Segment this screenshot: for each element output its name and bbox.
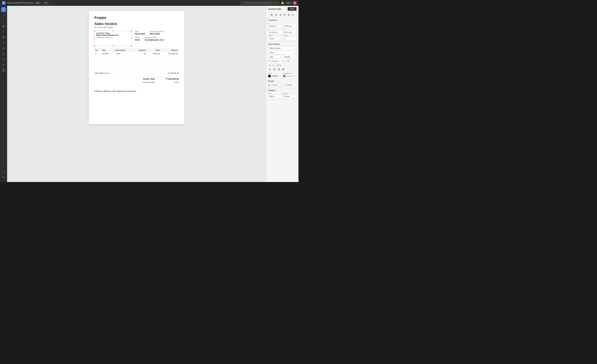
text-tool-button[interactable]: T <box>1 13 6 17</box>
component-tool-button[interactable]: ◎ <box>1 40 6 45</box>
resize-handle-bm[interactable] <box>112 45 114 46</box>
border-radius-input[interactable] <box>285 83 295 87</box>
svg-rect-20 <box>269 70 271 70</box>
h-input[interactable] <box>268 31 282 34</box>
y-input[interactable] <box>283 24 297 28</box>
font-select[interactable]: Inter Roboto Arial <box>268 55 282 59</box>
border-stroke-icon: ▬ <box>268 84 270 86</box>
resize-handle-tm[interactable] <box>112 30 114 31</box>
padding-bottom-input[interactable] <box>283 95 297 98</box>
collapse-sidebar-button[interactable]: →| <box>1 169 6 174</box>
left-sidebar: ↖ T □ 🖼 ✓ ▦ ◎ ▤ ◫ ◯ ⚙ 👤 →| ⧉ <box>0 6 7 182</box>
resize-handle-br[interactable] <box>131 45 132 46</box>
svg-rect-31 <box>282 69 284 70</box>
avatar[interactable]: A <box>293 1 297 5</box>
invoice-meta: Date: 08-01-2025 Payment Due Date: 08-01… <box>135 31 179 46</box>
save-button[interactable]: Save <box>288 7 297 11</box>
total-without-tax-row: Total (Without Tax) ₹ 4,84,000.00 <box>94 72 179 75</box>
align-distribute-button[interactable] <box>291 13 295 17</box>
layers-stack-button[interactable]: ⧉ <box>1 175 6 179</box>
grand-total-row: Grand Total ₹ 4,84,000.00 <box>143 77 179 81</box>
search-bar[interactable] <box>240 1 279 5</box>
element-select-wrapper[interactable]: Main Element Child Element <box>268 46 297 50</box>
transform-section: Transform X Y H W <box>266 18 298 42</box>
bg-color-swatch-row[interactable]: Choose a c <box>283 75 297 77</box>
padding-grid: Top Bottom <box>268 93 297 98</box>
align-middle-button[interactable] <box>287 13 291 17</box>
address-customer-name: West View Software Ltd. <box>96 34 130 36</box>
height-select[interactable]: Fixed Auto <box>268 37 282 40</box>
doc-logo: Frappe <box>94 15 179 20</box>
y-label: Y <box>283 22 297 24</box>
align-center-button[interactable] <box>274 13 278 17</box>
resize-handle-mr[interactable] <box>131 38 132 39</box>
doc-invoice-id: ACC-SINV-2025-00006 <box>94 26 179 28</box>
cursor-tool-button[interactable]: ↖ <box>1 7 6 12</box>
height-select-wrapper[interactable]: Fixed Auto <box>268 37 282 40</box>
svg-rect-13 <box>289 14 289 15</box>
notification-bell-icon[interactable]: 🔔 <box>281 1 284 4</box>
padding-section: Padding Top Bottom <box>266 88 298 100</box>
x-input[interactable] <box>268 24 282 28</box>
x-label: X <box>268 22 282 24</box>
settings-tool-button[interactable]: ⚙ <box>1 62 6 67</box>
layers-tool-button[interactable]: ◫ <box>1 51 6 56</box>
user-tool-button[interactable]: 👤 <box>1 68 6 73</box>
padding-top-input[interactable] <box>268 95 282 98</box>
doc-title: Sales Invoice <box>94 22 179 26</box>
text-align-center-button[interactable] <box>273 68 276 71</box>
text-align-justify-button[interactable] <box>281 68 285 71</box>
border-stroke-input[interactable] <box>271 83 281 87</box>
resize-handle-ml[interactable] <box>94 38 95 39</box>
resize-handle-tr[interactable] <box>131 30 132 31</box>
check-tool-button[interactable]: ✓ <box>1 29 6 34</box>
meta-date: Date: 08-01-2025 <box>135 31 145 35</box>
shape-tool-button[interactable]: □ <box>1 18 6 23</box>
search-input[interactable] <box>245 2 278 4</box>
bg-color-swatch[interactable] <box>283 75 286 77</box>
weight-select[interactable]: Regular Bold Light Medium <box>283 55 297 59</box>
svg-rect-1 <box>271 15 272 15</box>
canvas-area[interactable]: Frappe Sales Invoice ACC-SINV-2025-00006… <box>7 6 266 182</box>
element-select[interactable]: Main Element Child Element <box>268 46 297 50</box>
resize-handle-tl[interactable] <box>94 30 95 31</box>
align-left-button[interactable] <box>270 13 274 17</box>
align-right-button[interactable] <box>278 13 282 17</box>
text-color-swatch[interactable] <box>268 75 271 77</box>
resize-handle-bl[interactable] <box>94 45 95 46</box>
in-words: In Words : INR Four Lakh, Eighty Four Th… <box>94 90 179 92</box>
line-height-input[interactable] <box>285 60 292 63</box>
badge-tool-button[interactable]: ◯ <box>1 57 6 62</box>
display-select[interactable]: Inline Block Flex <box>268 51 297 54</box>
padding-top-label: Top <box>268 93 282 94</box>
text-color-swatch-row[interactable]: #000000 <box>268 75 282 77</box>
w-input[interactable] <box>283 31 297 34</box>
date-value: 08-01-2025 <box>135 33 145 35</box>
align-top-button[interactable] <box>283 13 286 17</box>
meta-payment-due: Payment Due Date: 08-01-2025 <box>150 31 164 35</box>
color-section: Text #000000 Background Choose a c <box>268 72 297 77</box>
w-field: W <box>283 29 297 34</box>
barcode-tool-button[interactable]: ▤ <box>1 46 6 51</box>
svg-rect-3 <box>275 14 277 15</box>
font-select-wrapper[interactable]: Inter Roboto Arial <box>268 55 282 59</box>
svg-rect-4 <box>275 15 277 15</box>
text-align-left-button[interactable] <box>268 68 272 71</box>
exit-button[interactable]: Exit <box>42 1 49 5</box>
underline-button[interactable]: U <box>268 64 272 67</box>
letter-spacing-input[interactable] <box>275 64 284 67</box>
image-tool-button[interactable]: 🖼 <box>1 24 6 29</box>
topbar: E Sales Invoice PD Format v2 Beta Exit 🔍… <box>0 0 298 6</box>
font-size-input[interactable] <box>270 60 279 63</box>
z-index-input[interactable] <box>283 37 297 40</box>
help-button[interactable]: Help ▾ <box>286 2 291 4</box>
text-color-label: Text <box>268 72 282 74</box>
address-box[interactable]: Customer Name: West View Software Ltd. {… <box>94 31 132 46</box>
weight-select-wrapper[interactable]: Regular Bold Light Medium <box>283 55 297 59</box>
z-index-label: Z Index <box>283 35 297 37</box>
border-stroke-field: ▬ <box>268 83 282 87</box>
text-align-right-button[interactable] <box>277 68 281 71</box>
table-tool-button[interactable]: ▦ <box>1 35 6 39</box>
panel-scroll[interactable]: Transform X Y H W <box>266 18 298 182</box>
display-select-wrapper[interactable]: Inline Block Flex <box>268 51 297 54</box>
